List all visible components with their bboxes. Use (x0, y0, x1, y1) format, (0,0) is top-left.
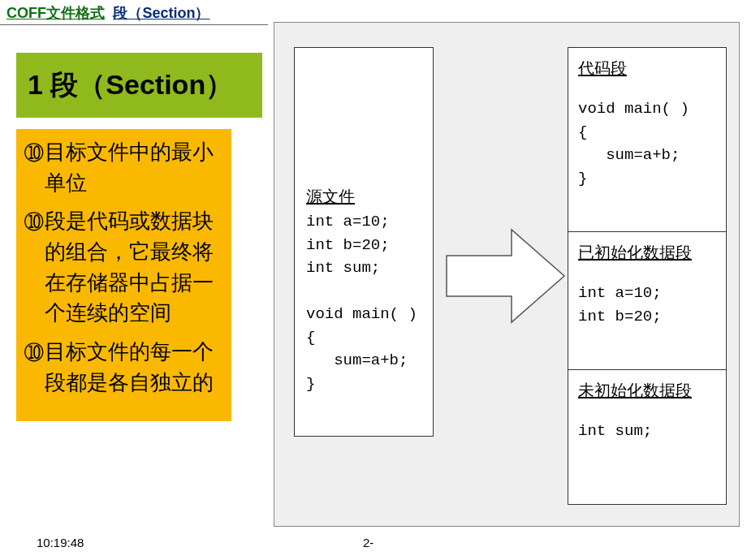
bullet-icon: ➉ (24, 206, 43, 329)
bullet-text: 目标文件的每一个段都是各自独立的 (43, 337, 228, 398)
bullet-text: 段是代码或数据块的组合，它最终将在存储器中占据一个连续的空间 (43, 206, 228, 329)
source-file-title: 源文件 (306, 186, 355, 208)
code-section-title: 代码段 (578, 58, 716, 80)
breadcrumb: COFF文件格式 段（Section） (0, 0, 268, 25)
init-data-section-box: 已初始化数据段 int a=10; int b=20; (568, 232, 727, 370)
breadcrumb-link-coff[interactable]: COFF文件格式 (6, 5, 105, 21)
source-file-code: int a=10; int b=20; int sum; void main( … (306, 210, 421, 395)
uninit-data-title: 未初始化数据段 (578, 380, 716, 402)
list-item: ➉ 段是代码或数据块的组合，它最终将在存储器中占据一个连续的空间 (24, 206, 228, 329)
bullet-list: ➉ 目标文件中的最小单位 ➉ 段是代码或数据块的组合，它最终将在存储器中占据一个… (16, 129, 231, 421)
diagram-frame: 源文件 int a=10; int b=20; int sum; void ma… (274, 22, 740, 527)
slide-title: 1 段（Section） (16, 53, 262, 118)
code-section-box: 代码段 void main( ) { sum=a+b; } (568, 47, 727, 232)
source-file-box: 源文件 int a=10; int b=20; int sum; void ma… (294, 47, 434, 437)
list-item: ➉ 目标文件的每一个段都是各自独立的 (24, 337, 228, 398)
footer-time: 10:19:48 (37, 536, 84, 549)
slide-title-text: 1 段（Section） (28, 67, 233, 104)
init-data-title: 已初始化数据段 (578, 242, 716, 264)
section-column: 代码段 void main( ) { sum=a+b; } 已初始化数据段 in… (568, 47, 727, 505)
arrow-icon (443, 223, 572, 329)
footer-page: 2- (363, 536, 374, 549)
uninit-data-section-box: 未初始化数据段 int sum; (568, 370, 727, 505)
bullet-icon: ➉ (24, 137, 43, 198)
code-section-body: void main( ) { sum=a+b; } (578, 97, 716, 190)
uninit-data-body: int sum; (578, 420, 716, 443)
bullet-icon: ➉ (24, 337, 43, 398)
init-data-body: int a=10; int b=20; (578, 282, 716, 328)
bullet-text: 目标文件中的最小单位 (43, 137, 228, 198)
breadcrumb-link-section[interactable]: 段（Section） (113, 5, 209, 21)
list-item: ➉ 目标文件中的最小单位 (24, 137, 228, 198)
